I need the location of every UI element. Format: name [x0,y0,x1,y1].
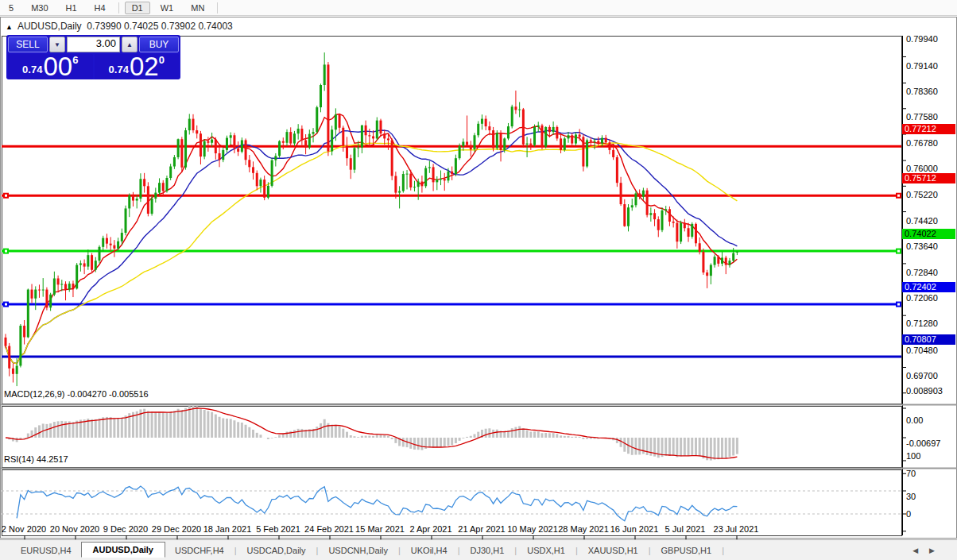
tab-usdcad[interactable]: USDCAD,Daily [238,543,316,558]
sell-price-display[interactable]: 0.74 00 6 [8,54,93,79]
tab-usdx[interactable]: USDX,H1 [517,543,575,558]
hline-price-label: 0.72402 [902,282,955,292]
timeframe-button-m30[interactable]: M30 [24,2,55,14]
chart-symbol-label: AUDUSD,Daily [17,21,82,32]
macd-axis-tick: 0.008903 [906,386,943,396]
price-axis-tick: 0.72060 [906,293,938,303]
one-click-trade-panel: SELL ▼ 3.00 ▲ BUY 0.74 00 6 0.74 02 0 [6,35,180,79]
date-axis-label: 24 Feb 2021 [304,524,354,534]
hline-price-label: 0.70807 [902,334,955,345]
hline-price-label: 0.75712 [902,173,955,183]
price-axis-tick: 0.78360 [906,87,938,96]
chart-ohlc-values: 0.73990 0.74025 0.73902 0.74003 [87,21,233,32]
timeframe-button-mn[interactable]: MN [184,2,211,14]
macd-indicator-label: MACD(12,26,9) -0.004270 -0.005516 [4,389,149,399]
date-axis-label: 5 Jul 2021 [665,524,706,534]
terminal-stage: 5M30H1H4D1W1MN ▲AUDUSD,Daily 0.73990 0.7… [0,0,957,560]
price-axis-tick: 0.79140 [906,61,938,71]
sell-button[interactable]: SELL [8,37,48,52]
tab-eurusd[interactable]: EURUSD,H4 [11,543,81,558]
rsi-axis-tick: 70 [906,469,916,478]
price-axis-tick: 0.69700 [906,371,938,380]
tab-scroll-left-icon[interactable]: ◀ [912,546,929,554]
price-axis-tick: 0.79940 [906,34,938,44]
sell-price-pip: 6 [72,54,78,66]
chart-window[interactable] [0,17,957,539]
price-axis-tick: 0.75220 [906,190,938,199]
toolbar-separator [217,2,218,14]
date-axis-label: 10 May 2021 [507,524,558,534]
volume-increase-icon[interactable]: ▲ [122,37,138,52]
date-axis-label: 2 Apr 2021 [409,524,451,534]
price-axis-tick: 0.77580 [906,112,938,122]
price-axis-tick: 0.76000 [906,164,938,173]
price-axis-tick: 0.70480 [906,346,938,355]
tab-usdcnh[interactable]: USDCNH,Daily [319,543,397,558]
tab-separator: | [721,546,725,555]
volume-input[interactable]: 3.00 [67,37,120,52]
tab-ukoil[interactable]: UKOil,H4 [401,543,457,558]
buy-price-prefix: 0.74 [109,64,129,75]
chart-title: ▲AUDUSD,Daily 0.73990 0.74025 0.73902 0.… [6,21,233,32]
window-collapse-icon[interactable]: ▲ [6,23,13,31]
tab-gbpusd[interactable]: GBPUSD,H1 [652,543,722,558]
price-axis-tick: 0.74420 [906,216,938,226]
date-axis-label: 28 May 2021 [558,524,609,534]
timeframe-toolbar: 5M30H1H4D1W1MN [0,0,957,16]
macd-axis-tick: -0.00697 [906,438,940,448]
buy-price-pip: 0 [159,54,165,66]
timeframe-button-d1[interactable]: D1 [125,2,150,14]
date-axis-label: 29 Dec 2020 [152,524,201,534]
sell-price-big: 00 [43,55,72,79]
tab-scroll-right-icon[interactable]: ▶ [929,546,946,554]
sell-price-prefix: 0.74 [22,64,42,75]
date-axis-label: 16 Jun 2021 [610,524,659,534]
buy-button[interactable]: BUY [139,37,179,52]
tab-audusd[interactable]: AUDUSD,Daily [81,542,165,558]
date-axis-label: 15 Mar 2021 [355,524,405,534]
macd-axis-tick: 0.00 [906,415,923,425]
timeframe-button-h1[interactable]: H1 [59,2,84,14]
rsi-indicator-label: RSI(14) 44.2517 [4,454,68,464]
rsi-axis-tick: 30 [906,492,916,501]
timeframe-button-h4[interactable]: H4 [87,2,113,14]
date-axis-label: 2 Nov 2020 [2,524,46,534]
symbol-tab-bar: EURUSD,H4AUDUSD,DailyUSDCHF,H4|USDCAD,Da… [0,539,957,560]
buy-price-display[interactable]: 0.74 02 0 [95,54,180,79]
price-axis-tick: 0.76780 [906,138,938,148]
price-axis-tick: 0.71280 [906,319,938,328]
date-axis-label: 9 Dec 2020 [103,524,148,534]
rsi-axis-tick: 100 [906,451,920,461]
price-axis-tick: 0.73640 [906,241,938,251]
tab-xauusd[interactable]: XAUUSD,H1 [579,543,648,558]
hline-price-label: 0.74022 [902,229,955,239]
hline-price-label: 0.77212 [902,124,955,134]
chart-canvas[interactable] [1,17,957,560]
volume-decrease-icon[interactable]: ▼ [49,37,65,52]
date-axis-label: 21 Apr 2021 [458,524,505,534]
buy-price-big: 02 [130,55,159,79]
date-axis-label: 5 Feb 2021 [256,524,300,534]
date-axis-label: 20 Nov 2020 [50,524,99,534]
toolbar-separator [118,2,119,14]
date-axis-label: 18 Jan 2021 [203,524,252,534]
price-axis-tick: 0.72840 [906,268,938,277]
tab-scroll-arrows: ◀▶ [912,546,946,554]
timeframe-button-5[interactable]: 5 [2,2,21,14]
tab-usdchf[interactable]: USDCHF,H4 [165,543,234,558]
tab-dj30[interactable]: DJ30,H1 [461,543,514,558]
rsi-axis-tick: 0 [906,509,911,519]
date-axis-label: 23 Jul 2021 [714,524,759,534]
timeframe-button-w1[interactable]: W1 [153,2,181,14]
